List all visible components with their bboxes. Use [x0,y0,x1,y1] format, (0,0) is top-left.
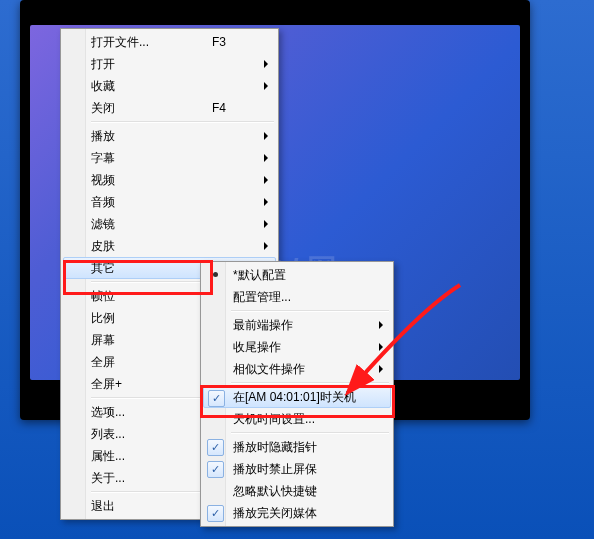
menu-open-file[interactable]: 打开文件... F3 [63,31,276,53]
menu-subtitle[interactable]: 字幕 [63,147,276,169]
menu-label: 音频 [91,191,276,213]
menu-label: 列表... [91,423,212,445]
menu-close[interactable]: 关闭 F4 [63,97,276,119]
menu-shortcut: F3 [212,31,276,53]
menu-label: 在[AM 04:01:01]时关机 [233,387,390,407]
menu-separator [231,432,389,434]
menu-label: 全屏+ [91,373,212,395]
menu-label: 打开 [91,53,276,75]
menu-open[interactable]: 打开 [63,53,276,75]
submenu-default-config[interactable]: *默认配置 [203,264,391,286]
menu-label: 播放完关闭媒体 [233,502,391,524]
radio-dot-icon [213,272,218,277]
check-icon: ✓ [207,505,224,522]
menu-label: 配置管理... [233,286,391,308]
chevron-right-icon [264,176,268,184]
submenu-close-media-on-finish[interactable]: ✓ 播放完关闭媒体 [203,502,391,524]
chevron-right-icon [379,321,383,329]
menu-label: 播放时禁止屏保 [233,458,391,480]
other-submenu: *默认配置 配置管理... 最前端操作 收尾操作 相似文件操作 ✓ 在[AM 0… [200,261,394,527]
menu-shortcut: F4 [212,97,276,119]
menu-label: 属性... [91,445,212,467]
menu-label: *默认配置 [233,264,391,286]
menu-label: 皮肤 [91,235,276,257]
menu-label: 天机时间设置... [233,408,391,430]
check-icon: ✓ [207,461,224,478]
chevron-right-icon [264,242,268,250]
menu-skin[interactable]: 皮肤 [63,235,276,257]
menu-label: 播放时隐藏指针 [233,436,391,458]
chevron-right-icon [264,82,268,90]
submenu-on-close[interactable]: 收尾操作 [203,336,391,358]
check-icon: ✓ [207,439,224,456]
menu-label: 选项... [91,401,212,423]
menu-label: 收尾操作 [233,336,391,358]
menu-label: 字幕 [91,147,276,169]
menu-label: 滤镜 [91,213,276,235]
menu-label: 忽略默认快捷键 [233,480,391,502]
submenu-topmost[interactable]: 最前端操作 [203,314,391,336]
menu-label: 关于... [91,467,212,489]
submenu-similar-files[interactable]: 相似文件操作 [203,358,391,380]
submenu-shutdown-at[interactable]: ✓ 在[AM 04:01:01]时关机 [203,386,391,408]
submenu-shutdown-time-set[interactable]: 天机时间设置... [203,408,391,430]
menu-label: 打开文件... [91,31,212,53]
menu-filter[interactable]: 滤镜 [63,213,276,235]
check-icon: ✓ [208,390,225,407]
chevron-right-icon [264,60,268,68]
chevron-right-icon [264,154,268,162]
menu-label: 视频 [91,169,276,191]
menu-label: 播放 [91,125,276,147]
menu-label: 全屏 [91,351,212,373]
menu-audio[interactable]: 音频 [63,191,276,213]
menu-label: 相似文件操作 [233,358,391,380]
chevron-right-icon [264,132,268,140]
menu-label: 收藏 [91,75,276,97]
submenu-disable-screensaver[interactable]: ✓ 播放时禁止屏保 [203,458,391,480]
menu-label: 关闭 [91,97,212,119]
menu-favorites[interactable]: 收藏 [63,75,276,97]
menu-label: 退出 [91,495,212,517]
submenu-hide-pointer[interactable]: ✓ 播放时隐藏指针 [203,436,391,458]
menu-separator [231,310,389,312]
chevron-right-icon [379,343,383,351]
menu-video[interactable]: 视频 [63,169,276,191]
menu-separator [231,382,389,384]
chevron-right-icon [264,220,268,228]
chevron-right-icon [264,198,268,206]
menu-separator [91,121,274,123]
chevron-right-icon [379,365,383,373]
menu-play[interactable]: 播放 [63,125,276,147]
menu-label: 最前端操作 [233,314,391,336]
submenu-ignore-default-hotkeys[interactable]: 忽略默认快捷键 [203,480,391,502]
submenu-config-manage[interactable]: 配置管理... [203,286,391,308]
